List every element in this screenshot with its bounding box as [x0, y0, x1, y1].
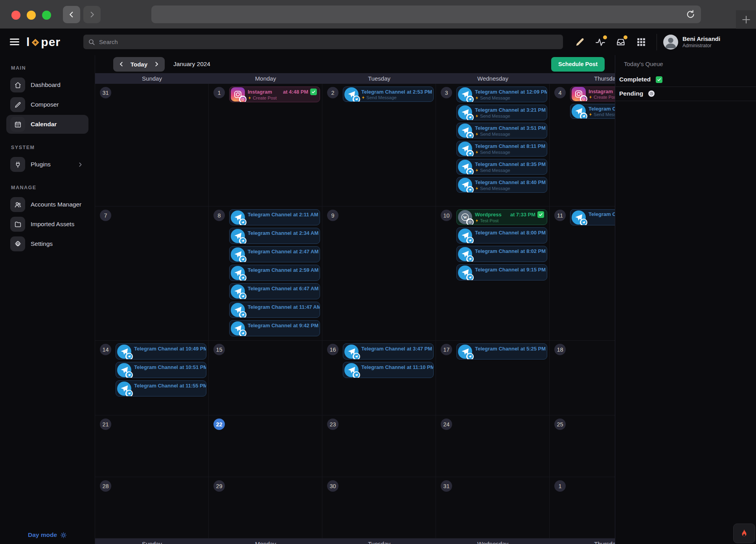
sidebar-item-composer[interactable]: Composer	[6, 95, 88, 114]
calendar-week-row: 14Telegram Channelat 10:49 PMTelegram Ch…	[95, 341, 615, 415]
telegram-event-card[interactable]: Telegram Channelat 2:11 AM	[229, 209, 320, 225]
queue-item-pending[interactable]: Pending	[615, 87, 756, 101]
telegram-event-card[interactable]: Telegram Channelat 5:25 PM	[456, 343, 547, 360]
day-cell-4[interactable]: 4InstagramCreate PostTelegram ChannelSen…	[550, 84, 615, 206]
sidebar-item-calendar[interactable]: Calendar	[6, 115, 88, 134]
telegram-event-card[interactable]: Telegram Channelat 8:00 PM	[456, 227, 547, 243]
telegram-event-card[interactable]: Telegram Channelat 10:51 PM	[116, 362, 206, 378]
compose-button[interactable]	[575, 37, 585, 47]
user-menu[interactable]: Beni Arisandi Administrator	[663, 35, 720, 50]
reload-icon[interactable]	[686, 9, 695, 19]
day-cell-3[interactable]: 3Telegram Channelat 12:09 PMSend Message…	[436, 84, 550, 206]
telegram-event-card[interactable]: Telegram Channelat 2:59 AM	[229, 265, 320, 281]
day-cell-18[interactable]: 18	[550, 341, 615, 415]
day-cell-9[interactable]: 9	[322, 207, 436, 340]
telegram-event-card[interactable]: Telegram Channelat 8:35 PMSend Message	[456, 159, 547, 175]
telegram-event-card[interactable]: Telegram Channelat 3:47 PM	[343, 343, 434, 360]
day-mode-toggle[interactable]: Day mode	[0, 531, 95, 538]
event-title-row: Wordpressat 7:33 PM	[475, 211, 544, 218]
browser-forward-button[interactable]	[83, 6, 101, 23]
instagram-event-card[interactable]: InstagramCreate Post	[570, 87, 615, 101]
apps-grid-button[interactable]	[636, 37, 646, 47]
event-title: Telegram Channel	[248, 230, 292, 236]
day-cell-31[interactable]: 31	[95, 84, 209, 206]
minimize-window-button[interactable]	[27, 11, 36, 20]
prev-month-button[interactable]	[119, 61, 124, 67]
day-cell-22[interactable]: 22	[209, 415, 322, 477]
notification-dot	[603, 35, 607, 39]
maximize-window-button[interactable]	[42, 11, 51, 20]
sidebar-item-dashboard[interactable]: Dashboard	[6, 76, 88, 94]
new-tab-button[interactable]	[736, 10, 756, 29]
browser-chrome	[0, 0, 756, 29]
hamburger-menu-icon[interactable]	[10, 37, 19, 47]
app-logo[interactable]: l per	[26, 35, 61, 49]
telegram-icon	[458, 87, 472, 101]
telegram-event-card[interactable]: Telegram Channelat 8:11 PMSend Message	[456, 141, 547, 157]
day-cell-30[interactable]: 30	[322, 477, 436, 538]
debug-toolbar-button[interactable]	[733, 524, 755, 543]
day-cell-15[interactable]: 15	[209, 341, 322, 415]
day-cell-1[interactable]: 1	[550, 477, 615, 538]
telegram-event-card[interactable]: Telegram Channelat 11:55 PM	[116, 380, 206, 396]
sidebar-item-imported-assets[interactable]: Imported Assets	[6, 215, 88, 234]
telegram-event-card[interactable]: Telegram Channelat 2:34 AM	[229, 228, 320, 244]
browser-back-button[interactable]	[63, 6, 80, 23]
inbox-button[interactable]	[616, 37, 626, 47]
day-cell-29[interactable]: 29	[209, 477, 322, 538]
event-title-row: Telegram Channelat 12:09 PM	[475, 89, 544, 95]
day-number: 8	[213, 210, 225, 221]
telegram-event-card[interactable]: Telegram Channelat 6:47 AM	[229, 283, 320, 299]
telegram-event-card[interactable]: Telegram Channelat 10:49 PM	[116, 343, 206, 360]
address-bar[interactable]	[151, 6, 701, 23]
day-cell-17[interactable]: 17Telegram Channelat 5:25 PM	[436, 341, 550, 415]
queue-item-completed[interactable]: Completed	[615, 73, 756, 87]
events-container: InstagramCreate PostTelegram ChannelSend…	[570, 87, 615, 119]
sidebar-item-accounts-manager[interactable]: Accounts Manager	[6, 195, 88, 214]
today-button[interactable]: Today	[131, 61, 147, 68]
telegram-event-card[interactable]: Telegram Channelat 9:15 PM	[456, 264, 547, 280]
day-cell-31[interactable]: 31	[436, 477, 550, 538]
day-cell-11[interactable]: 11Telegram Channel	[550, 207, 615, 340]
telegram-event-card[interactable]: Telegram Channelat 8:02 PM	[456, 246, 547, 262]
next-month-button[interactable]	[154, 61, 159, 67]
sidebar-item-plugins[interactable]: Plugins	[6, 155, 88, 174]
day-cell-23[interactable]: 23	[322, 415, 436, 477]
sidebar-section: SYSTEMPlugins	[0, 135, 95, 174]
day-cell-16[interactable]: 16Telegram Channelat 3:47 PMTelegram Cha…	[322, 341, 436, 415]
telegram-event-card[interactable]: Telegram Channelat 8:40 PMSend Message	[456, 177, 547, 193]
telegram-event-card[interactable]: Telegram Channelat 11:47 AM	[229, 302, 320, 318]
instagram-event-card[interactable]: Instagramat 4:48 PMCreate Post	[229, 87, 320, 102]
search-input[interactable]	[99, 39, 558, 45]
day-cell-24[interactable]: 24	[436, 415, 550, 477]
telegram-event-card[interactable]: Telegram ChannelSend Message	[570, 104, 615, 119]
telegram-event-card[interactable]: Telegram Channelat 2:53 PMSend Message	[343, 87, 434, 102]
event-title: Telegram Channel	[475, 267, 519, 273]
day-cell-8[interactable]: 8Telegram Channelat 2:11 AMTelegram Chan…	[209, 207, 322, 340]
telegram-event-card[interactable]: Telegram Channelat 2:47 AM	[229, 246, 320, 262]
activity-button[interactable]	[595, 37, 605, 47]
search-bar[interactable]	[83, 35, 563, 49]
wordpress-event-card[interactable]: WWWordpressat 7:33 PMTest Post	[456, 209, 547, 225]
event-subtitle: Send Message	[475, 168, 544, 173]
day-cell-1[interactable]: 1Instagramat 4:48 PMCreate Post	[209, 84, 322, 206]
telegram-icon	[458, 229, 472, 243]
schedule-post-button[interactable]: Schedule Post	[551, 57, 605, 72]
event-title: Telegram Channel	[134, 364, 178, 370]
day-header-thursday: Thursday	[550, 538, 615, 544]
day-cell-7[interactable]: 7	[95, 207, 209, 340]
day-cell-25[interactable]: 25	[550, 415, 615, 477]
telegram-event-card[interactable]: Telegram Channelat 12:09 PMSend Message	[456, 87, 547, 102]
telegram-event-card[interactable]: Telegram Channelat 9:42 PM	[229, 320, 320, 336]
close-window-button[interactable]	[11, 11, 20, 20]
sidebar-item-settings[interactable]: Settings	[6, 234, 88, 253]
day-cell-21[interactable]: 21	[95, 415, 209, 477]
day-cell-2[interactable]: 2Telegram Channelat 2:53 PMSend Message	[322, 84, 436, 206]
telegram-event-card[interactable]: Telegram Channelat 11:10 PM	[343, 362, 434, 378]
telegram-event-card[interactable]: Telegram Channel	[570, 209, 615, 225]
day-cell-28[interactable]: 28	[95, 477, 209, 538]
telegram-event-card[interactable]: Telegram Channelat 3:21 PMSend Message	[456, 105, 547, 120]
telegram-event-card[interactable]: Telegram Channelat 3:51 PMSend Message	[456, 123, 547, 138]
day-cell-10[interactable]: 10WWWordpressat 7:33 PMTest PostTelegram…	[436, 207, 550, 340]
day-cell-14[interactable]: 14Telegram Channelat 10:49 PMTelegram Ch…	[95, 341, 209, 415]
